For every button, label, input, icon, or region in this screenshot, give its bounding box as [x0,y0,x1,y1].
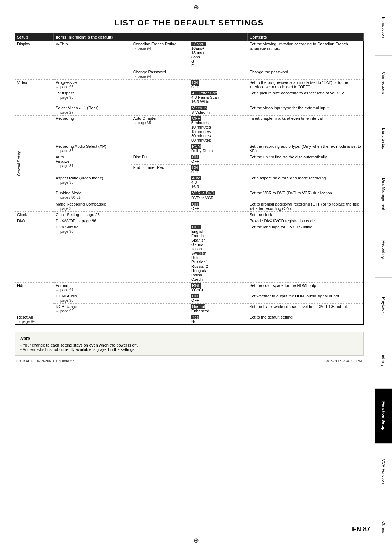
contents-progressive: Set to the progressive scan mode (set to… [247,80,363,90]
item-select-video: Select Video - L1 (Rear)→ page 27 [53,105,189,116]
sidebar-vcr-function: VCR Function [375,444,392,499]
values-aspect-ratio: Auto4:316:9 [189,175,247,190]
default-value: ON [191,165,199,170]
sidebar-introduction: Introduction [375,0,392,56]
table-row: Recording Audio Select (XP)→ page 36 PCM… [15,143,364,154]
contents-divx-subtitle: Set the language for DivX® Subtitle. [247,224,363,283]
table-row: Display V-Chip Canadian French Rating→ p… [15,41,364,69]
contents-reset-all: Set to the default setting. [247,314,363,325]
sidebar-disc-management: Disc Management [375,166,392,222]
en-page-number: EN 87 [352,526,370,533]
default-value: Yes [191,315,199,319]
table-row: HDMI Audio→ page 98 ONOFF Set whether to… [15,293,364,304]
default-value: ON [191,80,199,85]
values-progressive: ONOFF [189,80,247,90]
note-item-2: An item which is not currently available… [20,347,358,352]
item-progressive: Progressive→ page 95 [53,80,189,90]
header-contents: Contents [247,33,363,41]
contents-recording-audio: Set the recording audio type. (Only when… [247,143,363,154]
item-dubbing-mode: Dubbing Mode→ pages 50-51 [53,190,189,201]
contents-dubbing-mode: Set the VCR to DVD (DVD to VCR) duplicat… [247,190,363,201]
values-tv-aspect: 4:3 Letter Box 4:3 Pan & Scan16:9 Wide [189,90,247,105]
item-reset-all [131,314,189,325]
values-divx-subtitle: OFF EnglishFrenchSpanishGermanItalianSwe… [189,224,247,283]
footer-right: 3/25/2009 3:48:56 PM [326,359,362,363]
item-auto-chapter: Auto Chapter→ page 35 [131,116,189,143]
sidebar-basic-setup: Basic Setup [375,111,392,167]
sidebar-others: Others [375,499,392,555]
main-content: LIST OF THE DEFAULT SETTINGS Setup Items… [0,0,375,370]
default-value: 4:3 Letter Box [191,91,218,95]
values-select-video: Video InS-Video In [189,105,247,116]
page-title: LIST OF THE DEFAULT SETTINGS [15,18,364,28]
contents-divx-vod: Provide DivX®VOD registration code. [247,218,363,224]
sidebar-recording: Recording [375,222,392,278]
table-row: Reset All→ page 99 YesNo Set to the defa… [15,314,364,325]
default-value: ON [191,294,199,298]
group-recording: Recording [53,116,131,143]
table-row: Video Progressive→ page 95 ONOFF Set to … [15,80,364,90]
default-value: OFF [191,116,201,121]
default-value: VCR ➔ DVD [191,191,215,195]
default-value: RGB [191,283,201,288]
sidebar-connections: Connections [375,56,392,111]
item-divx-subtitle: DivX Subtitle→ page 96 [53,224,189,283]
settings-table: Setup Items (highlight is the default) C… [15,33,364,325]
right-sidebar: Introduction Connections Basic Setup Dis… [375,0,392,555]
group-display: Display [15,41,54,80]
contents-auto-finalize: Set the unit to finalize the disc automa… [247,154,363,165]
footer: E9PKAUD_DVR620KU_EN.indd 87 3/25/2009 3:… [15,359,364,363]
sub-end-timer: End of Timer Rec [131,165,189,175]
values-change-password [189,69,247,80]
header-items: Items (highlight is the default) [53,33,189,41]
group-reset-all: Reset All→ page 99 [15,314,131,325]
general-setting-label: General Setting [17,151,21,176]
contents-canadian-french: Set the viewing limitation according to … [247,41,363,69]
item-make-recording: Make Recording Compatible→ page 35 [53,201,189,212]
sub-disc-full: Disc Full [131,154,189,165]
table-row: TV Aspect→ page 95 4:3 Letter Box 4:3 Pa… [15,90,364,105]
item-clock-setting: Clock Setting → page 26 [53,212,189,218]
contents-rgb-range: Set the black-white contrast level for H… [247,304,363,314]
item-hdmi-format: Format→ page 97 [53,283,189,293]
table-row: General Setting Recording Auto Chapter→ … [15,116,364,143]
note-item-1: Your change to each setting stays on eve… [20,343,358,347]
contents-select-video: Set the video input type for the externa… [247,105,363,116]
table-row: Aspect Ratio (Video mode)→ page 36 Auto4… [15,175,364,190]
item-aspect-ratio: Aspect Ratio (Video mode)→ page 36 [53,175,189,190]
note-list: Your change to each setting stays on eve… [20,343,358,352]
values-divx-vod [189,218,247,224]
table-row: Make Recording Compatible→ page 35 ONOFF… [15,201,364,212]
item-auto-finalize: AutoFinalize→ page 31 [53,154,131,175]
values-end-timer: ONOFF [189,165,247,175]
values-auto-chapter: OFF 5 minutes10 minutes15 minutes30 minu… [189,116,247,143]
group-divx: DivX [15,218,54,283]
contents-hdmi-audio: Set whether to output the HDMI audio sig… [247,293,363,304]
values-hdmi-format: RGBYCbCr [189,283,247,293]
table-row: Select Video - L1 (Rear)→ page 27 Video … [15,105,364,116]
contents-tv-aspect: Set a picture size according to aspect r… [247,90,363,105]
sidebar-editing: Editing [375,333,392,389]
group-recording-cell: General Setting [15,116,54,212]
sidebar-function-setup: Function Setup [375,389,392,444]
item-tv-aspect: TV Aspect→ page 95 [53,90,189,105]
values-make-recording: ONOFF [189,201,247,212]
item-recording-audio: Recording Audio Select (XP)→ page 36 [53,143,189,154]
group-video: Video [15,80,54,116]
contents-end-timer [247,165,363,175]
sub-change-password: Change Password→ page 94 [131,69,189,80]
values-clock [189,212,247,218]
values-recording-audio: PCMDolby Digital [189,143,247,154]
default-value: ON [191,155,199,159]
table-row: Clock Clock Setting → page 26 Set the cl… [15,212,364,218]
default-value: PCM [191,144,201,149]
note-title: Note [20,336,358,341]
table-row: DivX Subtitle→ page 96 OFF EnglishFrench… [15,224,364,283]
contents-clock: Set the clock. [247,212,363,218]
contents-aspect-ratio: Set a aspect ratio for video mode record… [247,175,363,190]
table-row: Dubbing Mode→ pages 50-51 VCR ➔ DVDDVD ➔… [15,190,364,201]
default-value: Normal [191,304,205,309]
table-row: Hdmi Format→ page 97 RGBYCbCr Set the co… [15,283,364,293]
values-dubbing-mode: VCR ➔ DVDDVD ➔ VCR [189,190,247,201]
sidebar-playback: Playback [375,278,392,333]
